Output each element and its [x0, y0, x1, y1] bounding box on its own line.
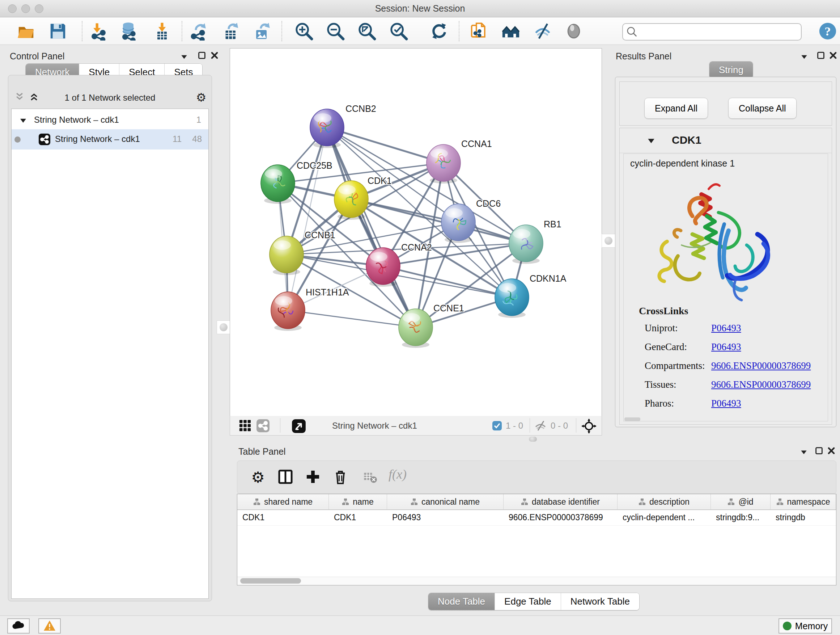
network-node-CCNA1[interactable]: CCNA1 — [426, 139, 492, 184]
zoom-in-button[interactable] — [294, 22, 313, 41]
crosslink-compartments-link[interactable]: 9606.ENSP00000378699 — [711, 360, 811, 371]
warning-status-button[interactable] — [38, 618, 61, 633]
hidden-eye-slash-icon[interactable] — [534, 419, 547, 432]
network-node-CDKN1A[interactable]: CDKN1A — [495, 273, 567, 318]
column-header[interactable]: shared name — [237, 494, 329, 509]
view-grid-button[interactable] — [238, 419, 252, 432]
cell-id[interactable]: stringdb:9... — [711, 510, 771, 525]
function-builder-button[interactable]: f(x) — [388, 467, 407, 482]
help-button[interactable]: ? — [818, 22, 837, 41]
left-splitter-handle[interactable] — [217, 320, 231, 334]
close-panel-icon[interactable] — [209, 51, 220, 62]
import-table-button[interactable] — [153, 22, 172, 41]
maximize-panel-icon[interactable] — [813, 447, 824, 457]
network-options-gear-icon[interactable]: ⚙ — [196, 90, 207, 101]
import-network-database-button[interactable] — [119, 22, 138, 41]
string-home-button[interactable] — [501, 22, 520, 41]
gene-collapse-icon[interactable] — [647, 137, 655, 145]
maximize-panel-icon[interactable] — [815, 51, 826, 62]
network-node-count: 11 — [172, 134, 182, 144]
close-panel-icon[interactable] — [826, 447, 837, 457]
tab-edge-table[interactable]: Edge Table — [495, 593, 561, 610]
network-node-HIST1H1A[interactable]: HIST1H1A — [271, 287, 349, 331]
import-network-file-button[interactable] — [90, 22, 109, 41]
cell-canonical-name[interactable]: P06493 — [387, 510, 504, 525]
cell-namespace[interactable]: stringdb — [771, 510, 836, 525]
tab-network-table[interactable]: Network Table — [561, 593, 639, 610]
control-panel: Control Panel Network Style Select Sets … — [4, 48, 216, 601]
network-edge[interactable] — [327, 127, 444, 163]
window-title: Session: New Session — [0, 3, 840, 14]
maximize-panel-icon[interactable] — [196, 51, 207, 62]
zoom-out-button[interactable] — [326, 22, 345, 41]
column-header[interactable]: @id — [711, 494, 771, 509]
zoom-fit-button[interactable] — [357, 22, 376, 41]
delete-table-button[interactable] — [360, 467, 380, 487]
cell-description[interactable]: cyclin-dependent ... — [617, 510, 711, 525]
svg-text:?: ? — [824, 24, 831, 38]
close-panel-icon[interactable] — [828, 51, 838, 62]
column-header[interactable]: canonical name — [387, 494, 504, 509]
view-network-button[interactable] — [256, 419, 270, 432]
network-node-CCNB2[interactable]: CCNB2 — [310, 103, 376, 148]
column-header[interactable]: database identifier — [504, 494, 617, 509]
zoom-selected-button[interactable] — [389, 22, 408, 41]
column-header[interactable]: namespace — [771, 494, 836, 509]
export-image-button[interactable] — [253, 22, 271, 41]
network-collection-row[interactable]: String Network – cdk1 1 — [11, 112, 208, 129]
show-columns-button[interactable] — [276, 467, 295, 487]
table-hscroll-thumb[interactable] — [240, 578, 301, 584]
float-panel-icon[interactable] — [798, 448, 809, 459]
cloud-status-button[interactable] — [7, 618, 30, 633]
network-edge[interactable] — [288, 127, 327, 310]
save-session-button[interactable] — [49, 22, 67, 41]
network-node-RB1[interactable]: RB1 — [509, 219, 561, 264]
gene-header-row[interactable]: CDK1 — [620, 128, 832, 153]
eye-slash-icon — [533, 22, 552, 41]
houses-icon — [501, 22, 520, 41]
crosslink-tissues-link[interactable]: 9606.ENSP00000378699 — [711, 379, 811, 390]
crosslink-pharos-link[interactable]: P06493 — [711, 398, 741, 409]
cell-database-identifier[interactable]: 9606.ENSP00000378699 — [504, 510, 617, 525]
open-session-button[interactable] — [17, 22, 35, 41]
node-table: shared name name canonical name database… — [237, 494, 836, 585]
collapse-all-button[interactable]: Collapse All — [728, 98, 797, 119]
selected-checkbox-icon[interactable] — [492, 421, 502, 431]
birdseye-view-button[interactable] — [582, 419, 595, 432]
column-header[interactable]: name — [329, 494, 387, 509]
cell-shared-name[interactable]: CDK1 — [237, 510, 329, 525]
column-header[interactable]: description — [617, 494, 711, 509]
tab-string[interactable]: String — [709, 62, 753, 79]
node-label-CCNB2: CCNB2 — [346, 103, 376, 114]
table-row[interactable]: CDK1 CDK1 P06493 9606.ENSP00000378699 cy… — [237, 510, 836, 526]
node-label-CCNA1: CCNA1 — [461, 139, 492, 149]
network-edge[interactable] — [288, 310, 416, 327]
tab-node-table[interactable]: Node Table — [428, 593, 495, 610]
export-table-button[interactable] — [221, 22, 240, 41]
share-document-button[interactable] — [470, 22, 488, 41]
crosslink-uniprot-link[interactable]: P06493 — [711, 323, 741, 334]
network-edge[interactable] — [327, 127, 416, 327]
add-column-button[interactable] — [303, 467, 323, 487]
float-panel-icon[interactable] — [799, 52, 810, 63]
export-network-button[interactable] — [189, 22, 208, 41]
crosslink-genecard-link[interactable]: P06493 — [711, 341, 741, 353]
results-hscroll-thumb[interactable] — [624, 417, 640, 421]
expand-all-button[interactable]: Expand All — [644, 98, 708, 119]
network-canvas[interactable]: CCNB2CCNA1CDC25BCDK1CDC6RB1CCNB1CCNA2CDK… — [230, 48, 602, 416]
delete-column-button[interactable] — [331, 467, 350, 487]
table-hscrollbar[interactable] — [237, 577, 836, 585]
network-node-CDC6[interactable]: CDC6 — [441, 198, 501, 243]
refresh-view-button[interactable] — [430, 22, 448, 41]
hide-glass-style-button[interactable] — [533, 22, 552, 41]
float-panel-icon[interactable] — [179, 52, 189, 63]
network-row-selected[interactable]: String Network – cdk1 11 48 — [11, 129, 208, 149]
collection-expand-icon[interactable] — [19, 117, 27, 124]
memory-button[interactable]: Memory — [778, 618, 832, 633]
show-glass-style-button[interactable] — [564, 22, 583, 41]
detach-view-button[interactable] — [292, 419, 305, 432]
column-label: canonical name — [422, 497, 480, 507]
search-input[interactable] — [639, 25, 796, 38]
cell-name[interactable]: CDK1 — [329, 510, 387, 525]
table-options-gear-icon[interactable]: ⚙ — [248, 467, 268, 487]
